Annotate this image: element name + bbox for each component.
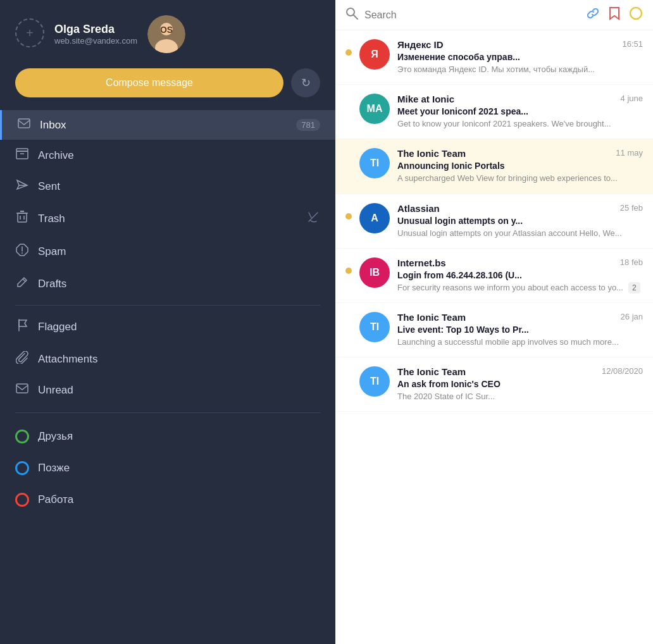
sidebar-item-label-attachments: Attachments	[38, 353, 320, 366]
mail-subject: Изменение способа управ...	[397, 52, 643, 62]
mail-badge: 2	[628, 282, 640, 294]
bookmark-icon[interactable]	[609, 6, 620, 23]
sidebar-item-archive[interactable]: Archive	[0, 140, 335, 171]
group-item-work[interactable]: Работа	[0, 484, 335, 516]
compose-button[interactable]: Compose message	[15, 68, 283, 97]
refresh-button[interactable]: ↻	[291, 68, 320, 97]
mail-content: The Ionic Team 12/08/2020 An ask from Io…	[397, 366, 643, 402]
mail-subject: Live event: Top 10 Ways to Pr...	[397, 325, 643, 335]
user-name: Olga Sreda	[54, 23, 137, 36]
mail-preview: Get to know your Ioniconf 2021 speakers.…	[397, 118, 643, 130]
svg-rect-10	[18, 213, 27, 222]
mail-time: 26 jan	[621, 312, 643, 321]
sidebar-item-label-sent: Sent	[38, 180, 320, 193]
mail-subject: An ask from Ionic's CEO	[397, 379, 643, 389]
mail-item[interactable]: A Atlassian 25 feb Unusual login attempt…	[335, 194, 653, 249]
trash-icon	[15, 211, 29, 226]
mail-header-row: The Ionic Team 11 may	[397, 148, 643, 159]
mail-content: Internet.bs 18 feb Login from 46.244.28.…	[397, 257, 643, 294]
mail-item[interactable]: Я Яндекс ID 16:51 Изменение способа упра…	[335, 30, 653, 85]
search-actions	[586, 6, 643, 23]
sidebar-item-sent[interactable]: Sent	[0, 171, 335, 202]
sidebar-item-label-inbox: Inbox	[40, 119, 287, 132]
group-dot-later	[15, 461, 29, 475]
mail-preview: Launching a successful mobile app involv…	[397, 337, 643, 348]
svg-point-22	[347, 8, 354, 16]
sidebar-item-attachments[interactable]: Attachments	[0, 343, 335, 375]
sidebar-item-inbox[interactable]: Inbox 781	[0, 110, 335, 140]
group-label-later: Позже	[38, 462, 70, 474]
svg-rect-5	[16, 151, 28, 159]
mail-preview: Это команда Яндекс ID. Мы хотим, чтобы к…	[397, 64, 643, 75]
compose-area: Compose message ↻	[0, 63, 335, 108]
circle-icon[interactable]	[629, 6, 643, 23]
mail-subject: Meet your Ioniconf 2021 spea...	[397, 106, 643, 116]
group-label-work: Работа	[38, 493, 73, 506]
sidebar-item-label-unread: Unread	[38, 384, 320, 397]
mail-item[interactable]: TI The Ionic Team 12/08/2020 An ask from…	[335, 357, 653, 412]
groups-section: Друзья Позже Работа	[0, 418, 335, 521]
sidebar: + Olga Sreda web.site@vandex.com OS Comp…	[0, 0, 335, 644]
sent-icon	[15, 179, 29, 194]
svg-line-16	[309, 213, 311, 218]
sidebar-item-trash[interactable]: Trash	[0, 202, 335, 235]
unread-dot	[345, 268, 352, 274]
mail-avatar: TI	[359, 366, 390, 397]
sidebar-item-flagged[interactable]: Flagged	[0, 311, 335, 343]
group-item-later[interactable]: Позже	[0, 452, 335, 484]
mail-sender: The Ionic Team	[397, 148, 466, 159]
mail-time: 12/08/2020	[602, 366, 643, 376]
link-icon[interactable]	[586, 6, 600, 23]
mail-item[interactable]: MA Mike at Ionic 4 june Meet your Ionico…	[335, 85, 653, 139]
mail-header-row: The Ionic Team 12/08/2020	[397, 366, 643, 377]
svg-point-24	[630, 8, 642, 19]
mail-item[interactable]: TI The Ionic Team 11 may Announcing Ioni…	[335, 139, 653, 194]
sidebar-item-label-drafts: Drafts	[38, 278, 320, 290]
plus-icon: +	[26, 26, 34, 40]
mail-sender: The Ionic Team	[397, 312, 466, 323]
mail-time: 18 feb	[620, 257, 643, 267]
mail-item[interactable]: TI The Ionic Team 26 jan Live event: Top…	[335, 303, 653, 357]
mail-header-row: Internet.bs 18 feb	[397, 257, 643, 268]
search-bar	[335, 0, 653, 30]
mail-content: Atlassian 25 feb Unusual login attempts …	[397, 203, 643, 239]
sidebar-item-drafts[interactable]: Drafts	[0, 268, 335, 300]
sidebar-item-spam[interactable]: Spam	[0, 235, 335, 268]
unread-icon	[15, 383, 29, 397]
sidebar-header: + Olga Sreda web.site@vandex.com OS	[0, 0, 335, 63]
mail-content: The Ionic Team 11 may Announcing Ionic P…	[397, 148, 643, 184]
mail-preview: A supercharged Web View for bringing web…	[397, 173, 643, 184]
mail-time: 16:51	[622, 39, 643, 49]
mail-header-row: Яндекс ID 16:51	[397, 39, 643, 50]
inbox-badge: 781	[296, 119, 320, 131]
svg-rect-6	[16, 149, 28, 151]
drafts-icon	[15, 276, 29, 292]
inbox-icon	[17, 118, 31, 132]
mail-subject: Unusual login attempts on y...	[397, 216, 643, 226]
svg-line-23	[354, 15, 358, 19]
mail-content: Яндекс ID 16:51 Изменение способа управ.…	[397, 39, 643, 75]
mail-avatar: A	[359, 203, 390, 233]
sidebar-item-label-trash: Trash	[38, 213, 297, 225]
mail-avatar: IB	[359, 257, 390, 288]
group-dot-work	[15, 493, 29, 507]
flagged-icon	[15, 319, 29, 335]
user-email: web.site@vandex.com	[54, 36, 137, 46]
mail-time: 4 june	[621, 94, 643, 103]
add-account-button[interactable]: +	[15, 18, 44, 47]
sidebar-item-unread[interactable]: Unread	[0, 375, 335, 405]
mail-preview: Unusual login attempts on your Atlassian…	[397, 228, 643, 239]
mail-header-row: Atlassian 25 feb	[397, 203, 643, 214]
refresh-icon: ↻	[301, 76, 311, 90]
sidebar-item-label-spam: Spam	[38, 245, 320, 258]
mail-content: Mike at Ionic 4 june Meet your Ioniconf …	[397, 94, 643, 130]
unread-dot	[345, 213, 352, 220]
spam-icon	[15, 244, 29, 259]
email-list: Я Яндекс ID 16:51 Изменение способа упра…	[335, 30, 653, 412]
mail-item[interactable]: IB Internet.bs 18 feb Login from 46.244.…	[335, 249, 653, 303]
search-input[interactable]	[364, 9, 580, 21]
group-item-friends[interactable]: Друзья	[0, 421, 335, 452]
mail-list: Я Яндекс ID 16:51 Изменение способа упра…	[335, 0, 653, 644]
mail-sender: Яндекс ID	[397, 39, 444, 50]
groups-divider	[15, 412, 320, 413]
